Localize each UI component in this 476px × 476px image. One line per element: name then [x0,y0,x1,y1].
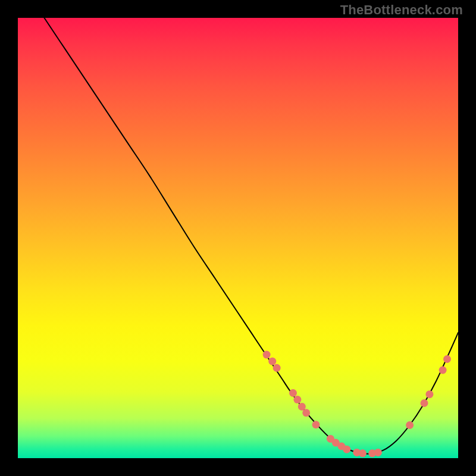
watermark-text: TheBottleneck.com [340,2,463,18]
marker-dot [302,409,310,416]
marker-dot [268,358,276,365]
marker-dot [312,421,320,428]
plot-area [18,18,458,458]
marker-dot [293,396,301,403]
marker-dot [421,399,428,407]
marker-group [263,351,451,458]
marker-dot [406,421,414,429]
marker-dot [443,355,451,363]
marker-dot [289,389,297,397]
bottleneck-curve [44,18,458,454]
marker-dot [439,367,447,374]
outer-frame: TheBottleneck.com [0,0,476,476]
marker-dot [273,364,281,372]
chart-svg [18,18,458,458]
marker-dot [343,446,350,453]
marker-dot [425,390,433,398]
marker-dot [374,449,382,456]
marker-dot [263,351,271,359]
marker-dot [359,449,367,457]
